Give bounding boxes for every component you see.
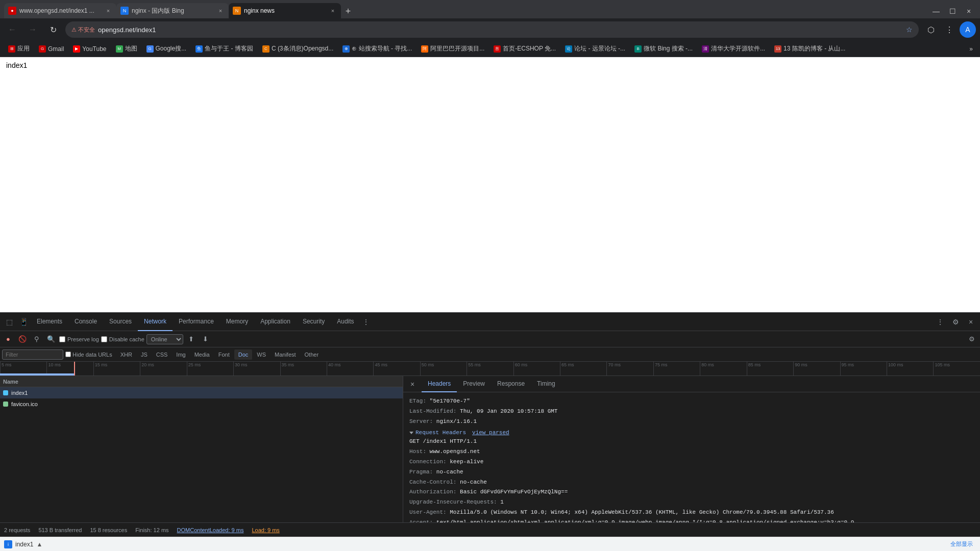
disable-cache-input[interactable]: [101, 336, 107, 342]
file-row-favicon[interactable]: favicon.ico: [0, 398, 403, 410]
file-row-index1[interactable]: index1: [0, 387, 403, 398]
throttle-select[interactable]: Online Fast 3G Slow 3G Offline: [146, 334, 183, 344]
tab-1-close[interactable]: ×: [104, 7, 112, 15]
google-label: Google搜...: [156, 44, 187, 53]
load-time[interactable]: Load: 9 ms: [252, 527, 279, 533]
details-tab-timing[interactable]: Timing: [531, 376, 561, 392]
tab-1[interactable]: ● www.opengsd.net/index1 ... ×: [4, 3, 116, 18]
forward-button[interactable]: →: [24, 21, 41, 38]
show-all-button[interactable]: 全部显示: [947, 539, 976, 549]
devtools-tabs-more[interactable]: ⋮: [360, 318, 372, 326]
opengsd-label: C (3条消息)Opengsd...: [272, 44, 333, 53]
devtools-settings-button[interactable]: ⚙: [948, 315, 963, 329]
bookmark-blog[interactable]: 13 13 陈凯的博客 - 从山...: [770, 43, 849, 55]
filter-js-button[interactable]: JS: [137, 349, 152, 360]
devtools-tab-sources[interactable]: Sources: [103, 313, 138, 331]
tick-25ms: 25 ms: [187, 362, 233, 375]
reload-button[interactable]: ↻: [45, 21, 61, 38]
bookmark-fish[interactable]: 鱼 鱼与于王 - 博客园: [191, 43, 257, 55]
devtools-close-button[interactable]: ×: [964, 315, 978, 329]
preserve-log-input[interactable]: [59, 336, 65, 342]
network-settings-icon[interactable]: ⚙: [966, 333, 978, 345]
view-parsed-link[interactable]: view parsed: [472, 430, 509, 436]
bookmark-bing[interactable]: B 微软 Bing 搜索 -...: [630, 43, 697, 55]
extensions-button[interactable]: ⬡: [923, 21, 939, 38]
gmail-favicon: G: [39, 45, 46, 53]
hide-data-urls-checkbox[interactable]: Hide data URLs: [65, 352, 112, 358]
filter-manifest-button[interactable]: Manifest: [271, 349, 300, 360]
filter-xhr-button[interactable]: XHR: [116, 349, 136, 360]
tab-3-close[interactable]: ×: [329, 7, 337, 15]
bookmark-google[interactable]: G Google搜...: [142, 43, 191, 55]
tick-85ms: 85 ms: [747, 362, 793, 375]
settings-button[interactable]: ⋮: [941, 21, 958, 38]
youtube-label: YouTube: [82, 45, 106, 53]
network-clear-button[interactable]: 🚫: [16, 333, 29, 345]
network-import-button[interactable]: ⬆: [185, 333, 198, 345]
filter-font-button[interactable]: Font: [214, 349, 234, 360]
blog-label: 13 陈凯的博客 - 从山...: [783, 44, 845, 53]
bookmark-apps[interactable]: ⊞ 应用: [4, 43, 34, 55]
new-tab-button[interactable]: +: [341, 4, 355, 18]
filter-doc-button[interactable]: Doc: [234, 349, 253, 360]
hide-data-urls-input[interactable]: [65, 352, 71, 357]
minimize-button[interactable]: —: [929, 4, 943, 18]
filter-css-button[interactable]: CSS: [152, 349, 172, 360]
devtools-more-button[interactable]: ⋮: [933, 315, 947, 329]
devtools-tab-security[interactable]: Security: [297, 313, 331, 331]
bookmark-map[interactable]: M 地图: [112, 43, 141, 55]
network-record-button[interactable]: ●: [2, 333, 14, 345]
devtools-inspect-button[interactable]: ⬚: [2, 315, 16, 329]
devtools-tab-performance[interactable]: Performance: [173, 313, 220, 331]
bookmark-opengsd[interactable]: C C (3条消息)Opengsd...: [258, 43, 337, 55]
bookmark-alibaba[interactable]: 阿 阿里巴巴开源项目...: [417, 43, 488, 55]
bookmark-star-icon[interactable]: ☆: [906, 26, 913, 34]
filter-other-button[interactable]: Other: [301, 349, 323, 360]
devtools-tab-application[interactable]: Application: [254, 313, 297, 331]
filter-input[interactable]: [2, 349, 63, 360]
network-search-button[interactable]: 🔍: [45, 333, 57, 345]
pragma-header: Pragma: no-cache: [409, 467, 974, 478]
connection-header: Connection: keep-alive: [409, 457, 974, 467]
devtools-tab-console[interactable]: Console: [68, 313, 103, 331]
url-bar[interactable]: ⚠ 不安全 opengsd.net/index1 ☆: [65, 21, 919, 38]
bookmark-tsinghua[interactable]: 清 清华大学开源软件...: [698, 43, 769, 55]
preserve-log-checkbox[interactable]: Preserve log: [59, 336, 99, 342]
devtools-tab-audits-label: Audits: [337, 318, 354, 325]
profile-button[interactable]: A: [960, 21, 976, 38]
back-button[interactable]: ←: [4, 21, 20, 38]
tab-2-close[interactable]: ×: [216, 7, 225, 15]
bookmark-youtube[interactable]: ▶ YouTube: [69, 43, 110, 55]
details-tab-headers[interactable]: Headers: [422, 376, 457, 392]
dom-content-loaded-time[interactable]: DOMContentLoaded: 9 ms: [177, 527, 244, 533]
bookmark-site-search[interactable]: ⊕ ⊕ 站搜索导航 - 寻找...: [338, 43, 416, 55]
devtools-tab-memory[interactable]: Memory: [220, 313, 254, 331]
bookmark-ecshop[interactable]: 首 首页-ECSHOP 免...: [489, 43, 560, 55]
details-tab-response[interactable]: Response: [491, 376, 531, 392]
bookmark-gmail[interactable]: G Gmail: [35, 43, 68, 55]
host-header: Host: www.opengsd.net: [409, 447, 974, 457]
bookmark-forum[interactable]: 论 论坛 - 远景论坛 -...: [561, 43, 629, 55]
filter-img-button[interactable]: Img: [172, 349, 189, 360]
bookmarks-more-button[interactable]: »: [966, 45, 976, 53]
close-button[interactable]: ×: [962, 4, 976, 18]
hide-data-urls-label: Hide data URLs: [72, 352, 112, 358]
devtools-tab-elements[interactable]: Elements: [31, 313, 68, 331]
devtools-device-button[interactable]: 📱: [16, 315, 31, 329]
maximize-button[interactable]: ☐: [945, 4, 960, 18]
disable-cache-checkbox[interactable]: Disable cache: [101, 336, 144, 342]
network-export-button[interactable]: ⬇: [200, 333, 212, 345]
details-tab-preview[interactable]: Preview: [457, 376, 491, 392]
devtools-tab-audits[interactable]: Audits: [331, 313, 360, 331]
devtools-tab-network[interactable]: Network: [138, 313, 173, 331]
tab-3[interactable]: N nginx news ×: [229, 3, 341, 18]
details-close-button[interactable]: ×: [405, 377, 420, 391]
devtools-tab-sources-label: Sources: [109, 318, 132, 325]
network-filter-button[interactable]: ⚲: [31, 333, 43, 345]
filter-ws-button[interactable]: WS: [253, 349, 270, 360]
request-headers-section[interactable]: Request Headers view parsed: [409, 430, 974, 436]
bottom-collapse-button[interactable]: ▲: [36, 541, 42, 548]
tab-2[interactable]: N nginx - 国内版 Bing ×: [116, 3, 229, 18]
filter-media-button[interactable]: Media: [190, 349, 214, 360]
fish-favicon: 鱼: [195, 45, 203, 53]
